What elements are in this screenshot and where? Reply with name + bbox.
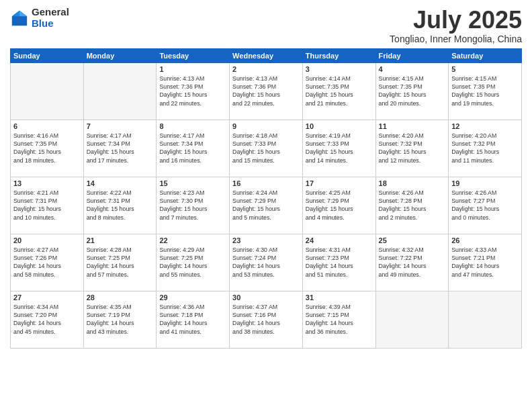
day-number: 14 xyxy=(87,179,154,187)
logo-blue-text: Blue xyxy=(32,18,69,30)
calendar-day-5: 5Sunrise: 4:15 AM Sunset: 7:35 PM Daylig… xyxy=(449,62,522,120)
calendar-day-15: 15Sunrise: 4:23 AM Sunset: 7:30 PM Dayli… xyxy=(157,177,230,234)
calendar-day-14: 14Sunrise: 4:22 AM Sunset: 7:31 PM Dayli… xyxy=(83,177,157,234)
day-number: 29 xyxy=(159,293,226,302)
day-info: Sunrise: 4:19 AM Sunset: 7:33 PM Dayligh… xyxy=(306,132,373,165)
day-number: 27 xyxy=(13,293,81,302)
day-info: Sunrise: 4:33 AM Sunset: 7:21 PM Dayligh… xyxy=(451,246,519,279)
calendar-day-11: 11Sunrise: 4:20 AM Sunset: 7:32 PM Dayli… xyxy=(375,120,449,177)
day-info: Sunrise: 4:27 AM Sunset: 7:26 PM Dayligh… xyxy=(13,246,81,279)
day-number: 4 xyxy=(379,65,446,73)
weekday-header-sunday: Sunday xyxy=(11,48,84,62)
calendar-header-row: SundayMondayTuesdayWednesdayThursdayFrid… xyxy=(11,48,522,62)
day-number: 23 xyxy=(232,236,300,244)
calendar-day-8: 8Sunrise: 4:17 AM Sunset: 7:34 PM Daylig… xyxy=(157,120,230,177)
calendar-day-13: 13Sunrise: 4:21 AM Sunset: 7:31 PM Dayli… xyxy=(11,177,84,234)
calendar-day-empty xyxy=(449,291,522,348)
calendar-day-9: 9Sunrise: 4:18 AM Sunset: 7:33 PM Daylig… xyxy=(230,120,303,177)
day-number: 31 xyxy=(306,293,373,302)
logo-icon xyxy=(10,9,29,28)
calendar-day-10: 10Sunrise: 4:19 AM Sunset: 7:33 PM Dayli… xyxy=(302,120,375,177)
day-info: Sunrise: 4:16 AM Sunset: 7:35 PM Dayligh… xyxy=(13,132,81,165)
weekday-header-monday: Monday xyxy=(83,48,157,62)
page: General Blue July 2025 Tongliao, Inner M… xyxy=(0,0,532,411)
calendar-day-12: 12Sunrise: 4:20 AM Sunset: 7:32 PM Dayli… xyxy=(449,120,522,177)
day-info: Sunrise: 4:17 AM Sunset: 7:34 PM Dayligh… xyxy=(87,132,154,165)
day-number: 24 xyxy=(306,236,373,244)
day-info: Sunrise: 4:39 AM Sunset: 7:15 PM Dayligh… xyxy=(306,303,373,336)
day-info: Sunrise: 4:37 AM Sunset: 7:16 PM Dayligh… xyxy=(232,303,300,336)
day-number: 15 xyxy=(159,179,226,187)
calendar-day-2: 2Sunrise: 4:13 AM Sunset: 7:36 PM Daylig… xyxy=(230,62,303,120)
calendar-day-21: 21Sunrise: 4:28 AM Sunset: 7:25 PM Dayli… xyxy=(83,234,157,291)
weekday-header-wednesday: Wednesday xyxy=(230,48,303,62)
day-info: Sunrise: 4:15 AM Sunset: 7:35 PM Dayligh… xyxy=(451,75,519,107)
calendar-day-31: 31Sunrise: 4:39 AM Sunset: 7:15 PM Dayli… xyxy=(302,291,375,348)
day-number: 3 xyxy=(306,65,373,73)
weekday-header-friday: Friday xyxy=(375,48,449,62)
logo-general-text: General xyxy=(32,7,69,18)
day-info: Sunrise: 4:34 AM Sunset: 7:20 PM Dayligh… xyxy=(13,303,81,336)
day-number: 6 xyxy=(13,122,81,130)
calendar-week-row: 20Sunrise: 4:27 AM Sunset: 7:26 PM Dayli… xyxy=(11,234,522,291)
calendar-day-23: 23Sunrise: 4:30 AM Sunset: 7:24 PM Dayli… xyxy=(230,234,303,291)
calendar-week-row: 1Sunrise: 4:13 AM Sunset: 7:36 PM Daylig… xyxy=(11,62,522,120)
day-info: Sunrise: 4:17 AM Sunset: 7:34 PM Dayligh… xyxy=(159,132,226,165)
calendar-day-3: 3Sunrise: 4:14 AM Sunset: 7:35 PM Daylig… xyxy=(302,62,375,120)
day-number: 7 xyxy=(87,122,154,130)
calendar-day-6: 6Sunrise: 4:16 AM Sunset: 7:35 PM Daylig… xyxy=(11,120,84,177)
day-number: 9 xyxy=(232,122,300,130)
calendar-day-7: 7Sunrise: 4:17 AM Sunset: 7:34 PM Daylig… xyxy=(83,120,157,177)
svg-marker-1 xyxy=(19,10,27,15)
weekday-header-thursday: Thursday xyxy=(302,48,375,62)
calendar-day-empty xyxy=(375,291,449,348)
day-info: Sunrise: 4:23 AM Sunset: 7:30 PM Dayligh… xyxy=(159,189,226,222)
day-number: 20 xyxy=(13,236,81,244)
day-number: 25 xyxy=(379,236,446,244)
day-number: 19 xyxy=(451,179,519,187)
day-info: Sunrise: 4:30 AM Sunset: 7:24 PM Dayligh… xyxy=(232,246,300,279)
day-info: Sunrise: 4:15 AM Sunset: 7:35 PM Dayligh… xyxy=(379,75,446,107)
calendar-day-4: 4Sunrise: 4:15 AM Sunset: 7:35 PM Daylig… xyxy=(375,62,449,120)
day-info: Sunrise: 4:13 AM Sunset: 7:36 PM Dayligh… xyxy=(159,75,226,107)
calendar-day-29: 29Sunrise: 4:36 AM Sunset: 7:18 PM Dayli… xyxy=(157,291,230,348)
day-number: 18 xyxy=(379,179,446,187)
day-info: Sunrise: 4:13 AM Sunset: 7:36 PM Dayligh… xyxy=(232,75,300,107)
weekday-header-saturday: Saturday xyxy=(449,48,522,62)
calendar-day-22: 22Sunrise: 4:29 AM Sunset: 7:25 PM Dayli… xyxy=(157,234,230,291)
day-info: Sunrise: 4:32 AM Sunset: 7:22 PM Dayligh… xyxy=(379,246,446,279)
day-info: Sunrise: 4:29 AM Sunset: 7:25 PM Dayligh… xyxy=(159,246,226,279)
calendar-day-25: 25Sunrise: 4:32 AM Sunset: 7:22 PM Dayli… xyxy=(375,234,449,291)
title-block: July 2025 Tongliao, Inner Mongolia, Chin… xyxy=(390,7,522,44)
day-info: Sunrise: 4:24 AM Sunset: 7:29 PM Dayligh… xyxy=(232,189,300,222)
calendar-week-row: 27Sunrise: 4:34 AM Sunset: 7:20 PM Dayli… xyxy=(11,291,522,348)
calendar-day-30: 30Sunrise: 4:37 AM Sunset: 7:16 PM Dayli… xyxy=(230,291,303,348)
day-info: Sunrise: 4:14 AM Sunset: 7:35 PM Dayligh… xyxy=(306,75,373,107)
day-info: Sunrise: 4:20 AM Sunset: 7:32 PM Dayligh… xyxy=(451,132,519,165)
calendar-day-20: 20Sunrise: 4:27 AM Sunset: 7:26 PM Dayli… xyxy=(11,234,84,291)
day-number: 16 xyxy=(232,179,300,187)
day-info: Sunrise: 4:36 AM Sunset: 7:18 PM Dayligh… xyxy=(159,303,226,336)
day-number: 11 xyxy=(379,122,446,130)
calendar-day-1: 1Sunrise: 4:13 AM Sunset: 7:36 PM Daylig… xyxy=(157,62,230,120)
day-number: 5 xyxy=(451,65,519,73)
calendar-day-empty xyxy=(11,62,84,120)
day-number: 8 xyxy=(159,122,226,130)
calendar-week-row: 6Sunrise: 4:16 AM Sunset: 7:35 PM Daylig… xyxy=(11,120,522,177)
day-number: 30 xyxy=(232,293,300,302)
day-number: 2 xyxy=(232,65,300,73)
day-number: 22 xyxy=(159,236,226,244)
logo: General Blue xyxy=(10,7,69,29)
day-info: Sunrise: 4:26 AM Sunset: 7:27 PM Dayligh… xyxy=(451,189,519,222)
day-number: 10 xyxy=(306,122,373,130)
day-number: 17 xyxy=(306,179,373,187)
day-info: Sunrise: 4:18 AM Sunset: 7:33 PM Dayligh… xyxy=(232,132,300,165)
calendar-day-26: 26Sunrise: 4:33 AM Sunset: 7:21 PM Dayli… xyxy=(449,234,522,291)
calendar-day-19: 19Sunrise: 4:26 AM Sunset: 7:27 PM Dayli… xyxy=(449,177,522,234)
day-info: Sunrise: 4:35 AM Sunset: 7:19 PM Dayligh… xyxy=(87,303,154,336)
logo-text: General Blue xyxy=(32,7,69,29)
calendar-day-16: 16Sunrise: 4:24 AM Sunset: 7:29 PM Dayli… xyxy=(230,177,303,234)
calendar-day-28: 28Sunrise: 4:35 AM Sunset: 7:19 PM Dayli… xyxy=(83,291,157,348)
day-number: 13 xyxy=(13,179,81,187)
day-info: Sunrise: 4:22 AM Sunset: 7:31 PM Dayligh… xyxy=(87,189,154,222)
